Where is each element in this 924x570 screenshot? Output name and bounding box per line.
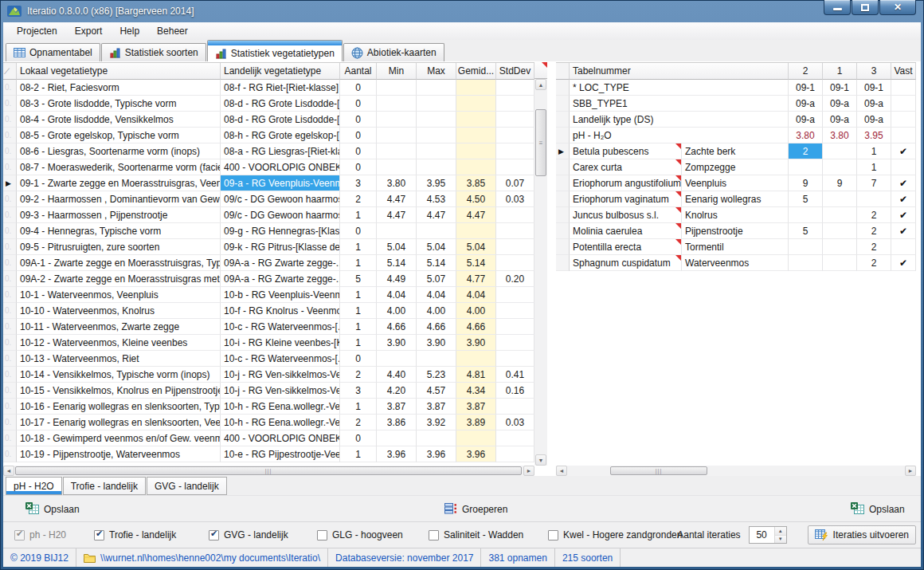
tab-statistiek-vegetatietypen[interactable]: Statistiek vegetatietypen <box>207 40 343 61</box>
scroll-down-icon[interactable]: ▼ <box>535 454 546 466</box>
min-cell[interactable]: 4.66 <box>377 319 417 335</box>
lokaal-cell[interactable]: 09-5 - Pitrusruigten, zure soorten <box>17 239 221 255</box>
right-table-hscrollbar[interactable]: ◄ ||| ► <box>556 466 916 476</box>
col2-cell[interactable]: 9 <box>789 175 823 191</box>
vegetation-row[interactable]: 0.09-4 - Hennegras, Typische vorm09-g - … <box>3 223 534 239</box>
gemid-cell[interactable]: 5.04 <box>456 239 496 255</box>
info-row[interactable]: Landelijk type (DS)09-a09-a09-a <box>556 112 916 128</box>
landelijk-cell[interactable]: 08-d - RG Grote Lisdodde-[... <box>221 112 340 128</box>
gemid-cell[interactable] <box>456 96 496 112</box>
landelijk-cell[interactable]: 10-i - RG Kleine veenbes-[K... <box>221 335 340 351</box>
checkbox-box[interactable] <box>429 530 439 541</box>
stddev-cell[interactable] <box>496 96 534 112</box>
stddev-cell[interactable] <box>496 303 534 319</box>
col3-cell[interactable]: 09-a <box>857 96 891 112</box>
landelijk-cell[interactable]: 08-a - RG Liesgras-[Riet-kla... <box>221 143 340 159</box>
vast-cell[interactable] <box>891 96 916 112</box>
stddev-cell[interactable] <box>496 112 534 128</box>
aantal-cell[interactable]: 1 <box>340 335 377 351</box>
column-header-2[interactable]: 2 <box>789 63 823 80</box>
iterations-spinner[interactable]: 50 ▲▼ <box>749 526 787 544</box>
left-table-hscrollbar[interactable]: ◄ ||| ► <box>3 466 534 476</box>
min-cell[interactable] <box>377 143 417 159</box>
col3-cell[interactable]: 09-a <box>857 112 891 128</box>
info-row[interactable]: * LOC_TYPE09-109-109-1 <box>556 80 916 96</box>
column-header-tabelnummer[interactable]: Tabelnummer <box>570 63 789 80</box>
stddev-cell[interactable]: 0.07 <box>496 175 534 191</box>
checkbox-box[interactable] <box>317 530 327 541</box>
latin-name-cell[interactable]: Eriophorum vaginatum <box>570 191 682 207</box>
checkbox-box[interactable] <box>548 530 558 541</box>
min-cell[interactable]: 3.87 <box>377 399 417 415</box>
checkbox-trofie-landelijk[interactable]: Trofie - landelijk <box>94 529 176 541</box>
menu-item-help[interactable]: Help <box>111 22 148 40</box>
gemid-cell[interactable]: 4.47 <box>456 207 496 223</box>
vegetation-row[interactable]: 0.10-14 - Vensikkelmos, Typische vorm (i… <box>3 367 534 383</box>
landelijk-cell[interactable]: 09/c - DG Gewoon haarmos... <box>221 207 340 223</box>
vegetation-row[interactable]: 0.10-18 - Gewimperd veenmos en/of Gew. v… <box>3 430 534 446</box>
checkbox-kwel-hogere-zandgronden[interactable]: Kwel - Hogere zandgronden <box>548 529 682 541</box>
max-cell[interactable]: 3.87 <box>417 399 456 415</box>
aantal-cell[interactable]: 0 <box>340 351 377 367</box>
col3-cell[interactable] <box>857 191 891 207</box>
aantal-cell[interactable]: 0 <box>340 80 377 96</box>
min-cell[interactable] <box>377 159 417 175</box>
lokaal-cell[interactable]: 08-5 - Grote egelskop, Typische vorm <box>17 128 221 143</box>
stddev-cell[interactable] <box>496 399 534 415</box>
dutch-name-cell[interactable]: Tormentil <box>682 239 789 255</box>
vast-cell[interactable]: ✔ <box>891 143 916 159</box>
checkbox-box[interactable] <box>14 530 25 541</box>
min-cell[interactable] <box>377 430 417 446</box>
gemid-cell[interactable] <box>456 80 496 96</box>
max-cell[interactable]: 3.92 <box>417 415 456 430</box>
lokaal-cell[interactable]: 10-18 - Gewimperd veenmos en/of Gew. vee… <box>17 430 221 446</box>
min-cell[interactable]: 4.20 <box>377 383 417 399</box>
vast-cell[interactable]: ✔ <box>891 207 916 223</box>
landelijk-cell[interactable]: 08-h - RG Grote egelskop-[... <box>221 128 340 143</box>
aantal-cell[interactable]: 0 <box>340 430 377 446</box>
col1-cell[interactable]: 3.80 <box>823 128 857 143</box>
scroll-left-icon[interactable]: ◄ <box>556 466 567 476</box>
info-row[interactable]: pH - H₂O3.803.803.95 <box>556 128 916 143</box>
vegetation-row[interactable]: 0.10-13 - Waterveenmos, Riet10-c - RG Wa… <box>3 351 534 367</box>
aantal-cell[interactable]: 1 <box>340 239 377 255</box>
aantal-cell[interactable]: 0 <box>340 128 377 143</box>
lokaal-cell[interactable]: 08-7 - Moeraswederik, Soortenarme vorm (… <box>17 159 221 175</box>
vegetation-row[interactable]: 0.10-17 - Eenarig wollegras en slenksoor… <box>3 415 534 430</box>
aantal-cell[interactable]: 0 <box>340 159 377 175</box>
stddev-cell[interactable] <box>496 143 534 159</box>
lokaal-cell[interactable]: 10-11 - Waterveenmos, Zwarte zegge <box>17 319 221 335</box>
sort-corner-cell[interactable]: ∕ <box>3 63 17 80</box>
max-cell[interactable]: 4.57 <box>417 383 456 399</box>
max-cell[interactable] <box>417 96 456 112</box>
max-cell[interactable]: 4.53 <box>417 191 456 207</box>
col1-cell[interactable] <box>823 239 857 255</box>
aantal-cell[interactable]: 1 <box>340 303 377 319</box>
vegetation-row[interactable]: 0.10-16 - Eenarig wollegras en slenksoor… <box>3 399 534 415</box>
max-cell[interactable] <box>417 143 456 159</box>
max-cell[interactable] <box>417 430 456 446</box>
lokaal-cell[interactable]: 08-3 - Grote lisdodde, Typische vorm <box>17 96 221 112</box>
aantal-cell[interactable]: 0 <box>340 112 377 128</box>
aantal-cell[interactable]: 3 <box>340 383 377 399</box>
menu-item-beheer[interactable]: Beheer <box>148 22 197 40</box>
max-cell[interactable]: 3.96 <box>417 446 456 462</box>
vegetation-row[interactable]: ▶09-1 - Zwarte zegge en Moerasstruisgras… <box>3 175 534 191</box>
aantal-cell[interactable]: 0 <box>340 96 377 112</box>
species-row[interactable]: Eriophorum angustifoliumVeenpluis997✔ <box>556 175 916 191</box>
lokaal-cell[interactable]: 09-1 - Zwarte zegge en Moerasstruisgras,… <box>17 175 221 191</box>
latin-name-cell[interactable]: Potentilla erecta <box>570 239 682 255</box>
max-cell[interactable] <box>417 80 456 96</box>
lokaal-cell[interactable]: 09-2 - Haarmossen , Dominantievorm van G… <box>17 191 221 207</box>
species-row[interactable]: Carex curtaZompzegge1 <box>556 159 916 175</box>
landelijk-cell[interactable]: 10-j - RG Ven-sikkelmos-Ve... <box>221 383 340 399</box>
col3-cell[interactable]: 2 <box>857 255 891 271</box>
bottom-tab-trofie-landelijk[interactable]: Trofie - landelijk <box>63 477 146 495</box>
max-cell[interactable]: 4.66 <box>417 319 456 335</box>
column-header-aantal[interactable]: Aantal <box>340 63 377 80</box>
maximize-button[interactable] <box>852 0 879 15</box>
column-header-lokaal-vegetatietype[interactable]: Lokaal vegetatietype <box>17 63 221 80</box>
col1-cell[interactable] <box>823 207 857 223</box>
col2-cell[interactable]: 2 <box>789 143 823 159</box>
gemid-cell[interactable]: 3.90 <box>456 335 496 351</box>
